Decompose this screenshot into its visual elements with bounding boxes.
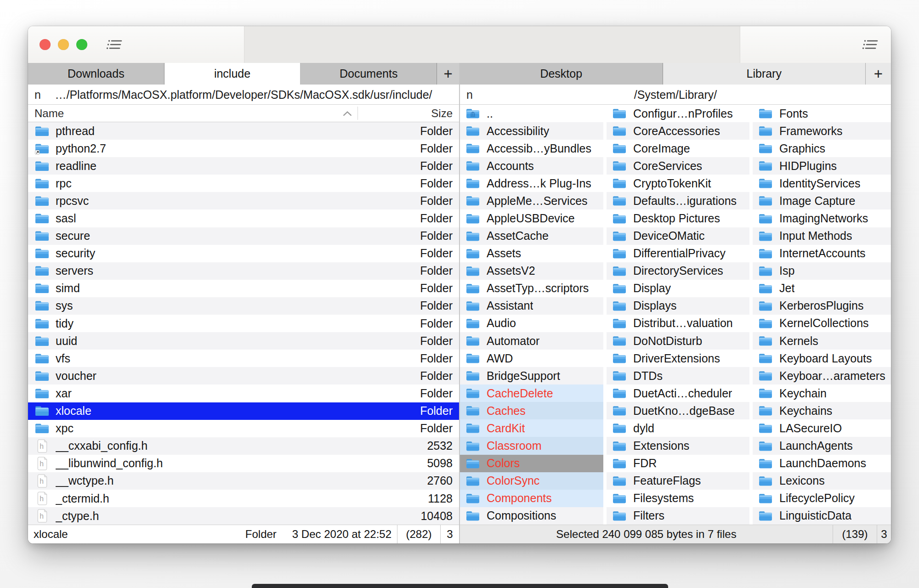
file-row[interactable]: Display — [607, 280, 749, 297]
minimize-button[interactable] — [58, 39, 69, 50]
file-row[interactable]: LaunchAgents — [753, 437, 891, 454]
file-row[interactable]: AssetTyp…scriptors — [460, 280, 603, 297]
file-row[interactable]: dyld — [607, 419, 749, 437]
file-row[interactable]: Defaults…igurations — [607, 192, 749, 209]
file-row[interactable]: DuetKno…dgeBase — [607, 402, 749, 419]
file-row[interactable]: Configur…nProfiles — [607, 105, 749, 122]
file-row[interactable]: Accessibility — [460, 122, 603, 140]
file-row[interactable]: Keyboard Layouts — [753, 350, 891, 367]
tab-documents[interactable]: Documents — [301, 63, 437, 85]
file-row[interactable]: AssetsV2 — [460, 262, 603, 280]
file-row[interactable]: voucherFolder — [28, 367, 459, 384]
file-row[interactable]: DeviceOMatic — [607, 227, 749, 245]
file-row[interactable]: HIDPlugins — [753, 157, 891, 175]
file-row[interactable]: BridgeSupport — [460, 367, 603, 384]
file-row[interactable]: securityFolder — [28, 245, 459, 262]
file-row[interactable]: Automator — [460, 332, 603, 350]
file-row[interactable]: AppleMe…Services — [460, 192, 603, 209]
list-menu-icon[interactable] — [862, 38, 879, 51]
file-row[interactable]: pthreadFolder — [28, 122, 459, 140]
file-row[interactable]: LinguisticData — [753, 507, 891, 525]
file-row[interactable]: ColorSync — [460, 472, 603, 490]
file-row[interactable]: LifecyclePolicy — [753, 490, 891, 507]
file-row[interactable]: DirectoryServices — [607, 262, 749, 280]
close-button[interactable] — [40, 39, 51, 50]
file-row[interactable]: FeatureFlags — [607, 472, 749, 490]
file-row[interactable]: CoreAccessories — [607, 122, 749, 140]
file-row[interactable]: Assistant — [460, 297, 603, 315]
file-row[interactable]: xpcFolder — [28, 420, 459, 437]
file-row[interactable]: tidyFolder — [28, 315, 459, 332]
file-row[interactable]: Caches — [460, 402, 603, 419]
file-row[interactable]: DTDs — [607, 367, 749, 384]
file-row[interactable]: AppleUSBDevice — [460, 209, 603, 227]
name-column-header[interactable]: Name — [34, 107, 64, 120]
file-row[interactable]: DuetActi…cheduler — [607, 384, 749, 402]
file-row[interactable]: simdFolder — [28, 280, 459, 297]
file-row[interactable]: CacheDelete — [460, 384, 603, 402]
file-row[interactable]: Accessib…yBundles — [460, 140, 603, 157]
file-row[interactable]: h_ctype.h10408 — [28, 507, 459, 525]
file-row[interactable]: sysFolder — [28, 297, 459, 315]
tab-library[interactable]: Library — [663, 63, 866, 85]
file-row[interactable]: Keychain — [753, 384, 891, 402]
file-row[interactable]: h__wctype.h2760 — [28, 472, 459, 490]
file-row[interactable]: Filesystems — [607, 490, 749, 507]
file-row[interactable]: Kernels — [753, 332, 891, 350]
add-tab-button[interactable]: + — [866, 63, 891, 85]
left-path-bar[interactable]: n …/Platforms/MacOSX.platform/Developer/… — [28, 85, 459, 105]
file-row[interactable]: CoreImage — [607, 140, 749, 157]
right-path-bar[interactable]: n /System/Library/ — [460, 85, 891, 105]
file-row[interactable]: Desktop Pictures — [607, 209, 749, 227]
zoom-button[interactable] — [76, 39, 87, 50]
file-row[interactable]: Keyboar…arameters — [753, 367, 891, 384]
file-row[interactable]: uuidFolder — [28, 332, 459, 350]
file-row[interactable]: vfsFolder — [28, 350, 459, 367]
file-row[interactable]: readlineFolder — [28, 157, 459, 175]
file-row[interactable]: Fonts — [753, 105, 891, 122]
file-row[interactable]: h__cxxabi_config.h2532 — [28, 437, 459, 455]
file-row[interactable]: Distribut…valuation — [607, 315, 749, 332]
file-row[interactable]: DoNotDisturb — [607, 332, 749, 350]
column-divider[interactable] — [357, 107, 358, 120]
file-row[interactable]: ImagingNetworks — [753, 209, 891, 227]
file-row[interactable]: KernelCollections — [753, 315, 891, 332]
file-row[interactable]: Colors — [460, 455, 603, 472]
file-row[interactable]: Input Methods — [753, 227, 891, 245]
file-row[interactable]: Image Capture — [753, 192, 891, 209]
tab-downloads[interactable]: Downloads — [28, 63, 165, 85]
file-row[interactable]: Extensions — [607, 437, 749, 454]
file-row[interactable]: LASecureIO — [753, 419, 891, 437]
file-row[interactable]: AWD — [460, 350, 603, 367]
file-row[interactable]: secureFolder — [28, 227, 459, 245]
file-row[interactable]: IdentityServices — [753, 175, 891, 192]
file-row[interactable]: Classroom — [460, 437, 603, 454]
parent-dir-row[interactable]: .. — [460, 105, 603, 122]
file-row[interactable]: h__libunwind_config.h5098 — [28, 455, 459, 472]
file-row[interactable]: Displays — [607, 297, 749, 315]
file-row[interactable]: KerberosPlugins — [753, 297, 891, 315]
file-row[interactable]: rpcFolder — [28, 175, 459, 192]
file-row[interactable]: Lexicons — [753, 472, 891, 490]
file-row[interactable]: Accounts — [460, 157, 603, 175]
size-column-header[interactable]: Size — [431, 107, 453, 120]
file-row[interactable]: rpcsvcFolder — [28, 192, 459, 209]
file-row[interactable]: Isp — [753, 262, 891, 280]
file-row[interactable]: xarFolder — [28, 384, 459, 402]
tab-desktop[interactable]: Desktop — [460, 63, 663, 85]
file-row[interactable]: python2.7Folder — [28, 140, 459, 157]
file-row[interactable]: Audio — [460, 315, 603, 332]
file-row[interactable]: Frameworks — [753, 122, 891, 140]
tab-include[interactable]: include — [165, 63, 301, 85]
file-row[interactable]: saslFolder — [28, 209, 459, 227]
file-row[interactable]: Compositions — [460, 507, 603, 525]
file-row[interactable]: InternetAccounts — [753, 245, 891, 262]
file-row[interactable]: CryptoTokenKit — [607, 175, 749, 192]
file-row[interactable]: AssetCache — [460, 227, 603, 245]
file-row[interactable]: DriverExtensions — [607, 350, 749, 367]
file-row[interactable]: Components — [460, 490, 603, 507]
file-row[interactable]: h_ctermid.h1128 — [28, 490, 459, 507]
file-row[interactable]: Graphics — [753, 140, 891, 157]
list-menu-icon[interactable] — [106, 38, 123, 51]
file-row[interactable]: CoreServices — [607, 157, 749, 175]
